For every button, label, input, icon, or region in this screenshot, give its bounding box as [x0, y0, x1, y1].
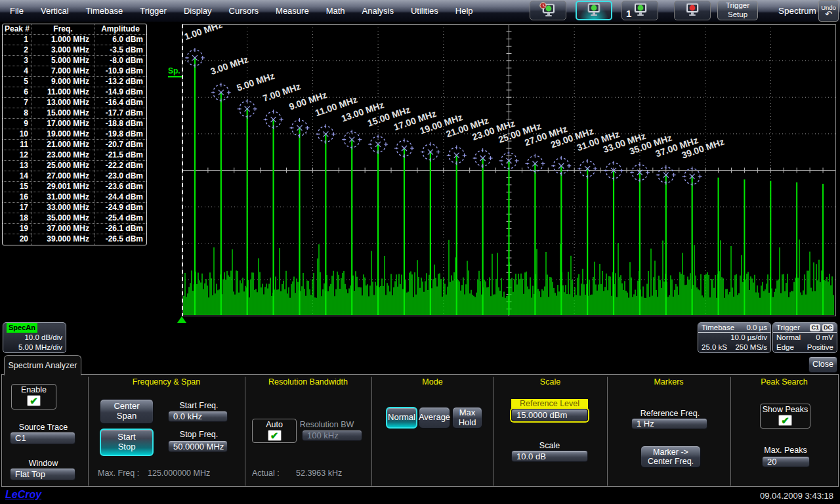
- start-freq-field[interactable]: 0.0 kHz: [168, 411, 228, 422]
- menu-item-utilities[interactable]: Utilities: [402, 6, 447, 16]
- timebase-per-div: 10.0 µs/div: [730, 333, 767, 343]
- section-divider: [371, 377, 372, 486]
- spectrum-plot[interactable]: 1.00 MHz3.00 MHz5.00 MHz7.00 MHz9.00 MHz…: [182, 24, 836, 316]
- table-cell: -10.9 dBm: [94, 66, 146, 76]
- show-peaks-checkbox[interactable]: ✔: [778, 415, 792, 426]
- menu-item-measure[interactable]: Measure: [267, 6, 318, 16]
- reference-level-field[interactable]: 15.0000 dBm: [511, 409, 588, 421]
- enable-label: Enable: [12, 385, 56, 394]
- mode-average-button[interactable]: Average: [419, 407, 450, 429]
- datetime: 09.04.2009 3:43:18: [760, 491, 833, 501]
- show-peaks-label: Show Peaks: [761, 405, 810, 414]
- table-cell: 17.000 MHz: [32, 119, 94, 129]
- column-header: Peak #: [3, 24, 32, 34]
- table-cell: 11: [3, 140, 32, 150]
- table-cell: 13.000 MHz: [32, 98, 94, 108]
- menu-item-help[interactable]: Help: [447, 6, 482, 16]
- menu-item-display[interactable]: Display: [175, 6, 220, 16]
- trigger-level-marker-icon[interactable]: [177, 316, 186, 323]
- stop-freq-field[interactable]: 50.0000 MHz: [168, 440, 228, 452]
- single-trigger-button[interactable]: 1: [621, 1, 658, 20]
- table-cell: 14: [3, 171, 32, 181]
- stop-trigger-button[interactable]: [674, 1, 711, 20]
- marker-to-center-button[interactable]: Marker -> Center Freq.: [640, 446, 701, 468]
- menu-item-analysis[interactable]: Analysis: [354, 6, 402, 16]
- table-cell: 13: [3, 161, 32, 171]
- auto-trigger-button[interactable]: [530, 1, 566, 20]
- table-cell: 39.000 MHz: [32, 234, 94, 245]
- max-peaks-label: Max. Peaks: [744, 446, 828, 455]
- start-stop-button[interactable]: Start Stop: [100, 429, 154, 456]
- section-divider: [494, 377, 494, 486]
- menu-item-cursors[interactable]: Cursors: [220, 6, 268, 16]
- menu-item-file[interactable]: File: [1, 6, 32, 16]
- reference-freq-label: Reference Freq.: [619, 409, 721, 418]
- window-field[interactable]: Flat Top: [10, 468, 75, 480]
- table-cell: 27.000 MHz: [32, 171, 94, 181]
- undo-arrow-icon: ↶: [825, 11, 832, 18]
- source-trace-field[interactable]: C1: [10, 432, 75, 444]
- table-cell: -19.8 dBm: [94, 129, 146, 139]
- table-row: 47.000 MHz-10.9 dBm: [3, 66, 146, 77]
- menu-item-math[interactable]: Math: [318, 6, 354, 16]
- enable-checkbox[interactable]: ✔: [27, 395, 41, 406]
- table-row: 1529.001 MHz-23.6 dBm: [3, 182, 146, 192]
- table-row: 23.000 MHz-3.5 dBm: [3, 45, 146, 56]
- scope-normal-icon: [585, 2, 602, 19]
- trigger-descriptor[interactable]: Trigger C1 DC Normal 0 mV Edge Positive: [772, 322, 837, 353]
- table-cell: -17.7 dBm: [94, 108, 146, 118]
- trigger-slope: Positive: [807, 343, 833, 352]
- timebase-descriptor[interactable]: Timebase 0.0 µs 10.0 µs/div 25.0 kS 250 …: [698, 322, 771, 353]
- specan-vscale: 10.0 dB/div: [24, 333, 62, 343]
- table-cell: 8: [3, 108, 32, 118]
- menu-item-timebase[interactable]: Timebase: [77, 6, 132, 16]
- table-cell: 37.000 MHz: [32, 224, 94, 234]
- auto-label: Auto: [253, 420, 296, 429]
- reference-freq-field[interactable]: 1 Hz: [631, 418, 707, 429]
- reference-level-label: Reference Level: [511, 399, 588, 409]
- markers-title: Markers: [607, 377, 730, 387]
- scale-field[interactable]: 10.0 dB: [511, 450, 588, 462]
- column-header: Freq.: [32, 24, 94, 34]
- menu-item-trigger[interactable]: Trigger: [131, 6, 175, 16]
- mode-normal-button[interactable]: Normal: [386, 407, 417, 429]
- mode-max-hold-button[interactable]: Max Hold: [452, 407, 482, 429]
- stop-freq-label: Stop Freq.: [159, 430, 238, 439]
- trigger-type: Edge: [776, 343, 794, 352]
- table-cell: 19: [3, 224, 32, 234]
- scale-title: Scale: [494, 377, 607, 387]
- trigger-source-badge: C1: [810, 324, 820, 331]
- peak-frequency-label: 1.00 MHz: [183, 24, 224, 42]
- column-header: Amplitude: [94, 24, 146, 34]
- show-peaks-checkbox-group[interactable]: Show Peaks ✔: [760, 404, 810, 429]
- trigger-coupling-badge: DC: [822, 324, 833, 331]
- table-cell: 21.000 MHz: [32, 140, 94, 150]
- scope-single-icon: [631, 2, 648, 19]
- close-button[interactable]: Close: [808, 356, 837, 373]
- scope-auto-icon: [539, 2, 556, 19]
- table-cell: 3: [3, 56, 32, 66]
- specan-descriptor[interactable]: SpecAn 10.0 dB/div 5.00 MHz/div: [3, 322, 66, 353]
- section-divider: [607, 377, 608, 486]
- auto-checkbox[interactable]: ✔: [268, 430, 282, 441]
- actual-value: 52.3963 kHz: [296, 469, 342, 478]
- source-trace-label: Source Trace: [7, 423, 79, 432]
- table-row: 59.000 MHz-13.2 dBm: [3, 77, 146, 87]
- section-divider: [245, 377, 245, 486]
- table-row: 1937.000 MHz-26.1 dBm: [3, 224, 146, 234]
- undo-button[interactable]: Undo ↶: [818, 0, 839, 22]
- menu-item-vertical[interactable]: Vertical: [32, 6, 77, 16]
- peak-frequency-label: 5.00 MHz: [235, 70, 276, 93]
- auto-checkbox-group[interactable]: Auto ✔: [252, 419, 297, 443]
- max-peaks-field[interactable]: 20: [762, 456, 810, 467]
- center-span-button[interactable]: Center Span: [100, 399, 154, 424]
- enable-checkbox-group[interactable]: Enable ✔: [11, 384, 56, 410]
- table-cell: 9.000 MHz: [32, 77, 94, 87]
- scale-label: Scale: [511, 441, 588, 450]
- normal-trigger-button[interactable]: [576, 1, 612, 20]
- tab-spectrum-analyzer[interactable]: Spectrum Analyzer: [4, 355, 81, 375]
- trigger-setup-button[interactable]: Trigger Setup: [717, 1, 758, 20]
- table-row: 1631.000 MHz-24.4 dBm: [3, 192, 146, 203]
- table-row: 1835.000 MHz-25.4 dBm: [3, 213, 146, 224]
- section-divider: [730, 377, 731, 486]
